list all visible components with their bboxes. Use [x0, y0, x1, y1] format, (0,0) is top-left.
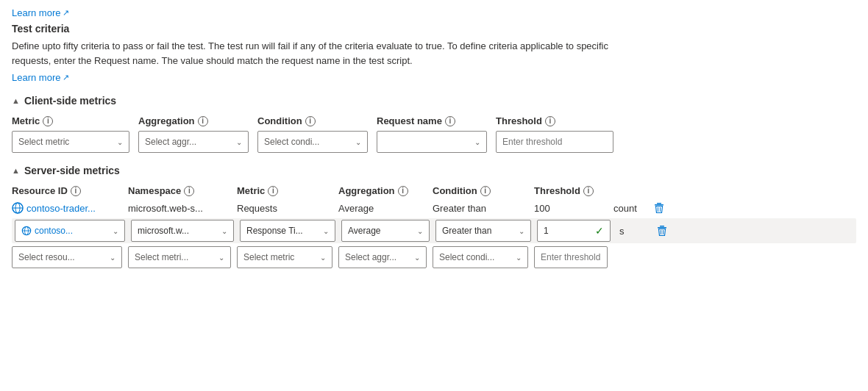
client-threshold-header: Threshold i — [496, 115, 613, 126]
server-edit-aggregation-select[interactable]: Average ⌄ — [341, 220, 430, 242]
server-edit-resourceid-select[interactable]: contoso... ⌄ — [15, 220, 125, 242]
globe-icon-1 — [12, 202, 24, 214]
aggregation-info-icon[interactable]: i — [198, 116, 208, 126]
server-edit-metric-value: Response Ti... — [246, 226, 303, 236]
server-empty-condition-wrapper: Select condi... ⌄ — [433, 246, 528, 268]
server-side-section-header[interactable]: ▲ Server-side metrics — [12, 165, 856, 176]
server-empty-namespace-select[interactable]: Select metri... ⌄ — [128, 246, 231, 268]
server-edit-aggregation-value: Average — [348, 226, 380, 236]
static-condition-value-1: Greater than — [433, 203, 486, 214]
server-threshold-info-icon[interactable]: i — [583, 186, 594, 196]
learn-more-bottom-label: Learn more — [12, 72, 60, 83]
server-condition-info-icon[interactable]: i — [480, 186, 491, 196]
client-side-input-row: Select metric ⌄ Select aggr... ⌄ Select … — [12, 131, 856, 153]
server-empty-resourceid-select[interactable]: Select resou... ⌄ — [12, 246, 122, 268]
empty-metric-chevron-icon: ⌄ — [320, 254, 326, 262]
threshold-info-icon[interactable]: i — [545, 116, 555, 126]
server-namespace-header: Namespace i — [128, 185, 231, 196]
server-edit-condition-wrapper: Greater than ⌄ — [435, 220, 531, 242]
server-side-header-row: Resource ID i Namespace i Metric i Aggre… — [12, 185, 856, 196]
edit-resourceid-chevron-icon: ⌄ — [113, 227, 118, 235]
metric-info-icon[interactable]: i — [43, 116, 53, 126]
server-empty-metric-select[interactable]: Select metric ⌄ — [237, 246, 332, 268]
server-resourceid-header: Resource ID i — [12, 185, 122, 196]
client-threshold-input-wrapper — [496, 131, 613, 153]
client-side-section: ▲ Client-side metrics Metric i Aggregati… — [12, 95, 856, 153]
client-metric-select-wrapper: Select metric ⌄ — [12, 131, 129, 153]
empty-namespace-chevron-icon: ⌄ — [218, 254, 224, 262]
client-aggregation-select[interactable]: Select aggr... ⌄ — [138, 131, 249, 153]
client-metric-select[interactable]: Select metric ⌄ — [12, 131, 129, 153]
client-condition-placeholder: Select condi... — [264, 137, 319, 147]
page-title: Test criteria — [12, 23, 856, 35]
client-requestname-select[interactable]: ⌄ — [377, 131, 487, 153]
server-empty-aggregation-select[interactable]: Select aggr... ⌄ — [338, 246, 427, 268]
svg-rect-3 — [657, 203, 661, 204]
static-threshold-value-1: 100 — [534, 203, 550, 214]
server-edit-threshold-input-display[interactable]: 1 ✓ — [537, 220, 611, 242]
server-chevron-icon: ▲ — [12, 166, 20, 175]
static-action-1 — [653, 202, 675, 214]
namespace-info-icon[interactable]: i — [184, 186, 194, 196]
client-requestname-select-wrapper: ⌄ — [377, 131, 487, 153]
server-empty-condition-select[interactable]: Select condi... ⌄ — [433, 246, 528, 268]
resourceid-info-icon[interactable]: i — [71, 186, 81, 196]
server-edit-resourceid-wrapper: contoso... ⌄ — [15, 220, 125, 242]
check-icon: ✓ — [595, 225, 604, 237]
static-namespace-value-1: microsoft.web-s... — [128, 203, 203, 214]
delete-edit-row-button[interactable] — [656, 225, 668, 237]
server-side-section: ▲ Server-side metrics Resource ID i Name… — [12, 165, 856, 268]
static-unit-1: count — [613, 203, 650, 214]
server-metric-info-icon[interactable]: i — [268, 186, 278, 196]
server-edit-namespace-wrapper: microsoft.w... ⌄ — [131, 220, 234, 242]
server-edit-condition-select[interactable]: Greater than ⌄ — [435, 220, 531, 242]
server-empty-threshold-wrapper — [534, 246, 608, 268]
server-empty-row: Select resou... ⌄ Select metri... ⌄ Sele… — [12, 246, 856, 268]
server-aggregation-info-icon[interactable]: i — [398, 186, 408, 196]
server-empty-threshold-input[interactable] — [534, 246, 608, 268]
server-edit-metric-wrapper: Response Ti... ⌄ — [240, 220, 335, 242]
client-aggregation-header: Aggregation i — [138, 115, 249, 126]
static-condition-1: Greater than — [433, 203, 528, 214]
server-threshold-header: Threshold i — [534, 185, 608, 196]
server-edit-unit-wrapper: s — [616, 226, 653, 237]
learn-more-top-label: Learn more — [12, 7, 60, 18]
server-edit-condition-value: Greater than — [442, 226, 491, 236]
server-aggregation-header: Aggregation i — [338, 185, 427, 196]
static-metric-1: Requests — [237, 203, 332, 214]
learn-more-top-link[interactable]: Learn more ↗ — [12, 7, 69, 18]
empty-condition-chevron-icon: ⌄ — [516, 254, 522, 262]
globe-icon-edit — [21, 226, 32, 236]
server-edit-metric-select[interactable]: Response Ti... ⌄ — [240, 220, 335, 242]
client-condition-chevron-icon: ⌄ — [355, 138, 361, 146]
client-threshold-input[interactable] — [496, 131, 613, 153]
client-side-section-title: Client-side metrics — [24, 95, 116, 107]
edit-namespace-chevron-icon: ⌄ — [221, 227, 227, 235]
learn-more-bottom-link[interactable]: Learn more ↗ — [12, 72, 69, 83]
client-aggregation-chevron-icon: ⌄ — [236, 138, 242, 146]
client-metric-header: Metric i — [12, 115, 129, 126]
client-condition-select[interactable]: Select condi... ⌄ — [257, 131, 368, 153]
client-side-section-header[interactable]: ▲ Client-side metrics — [12, 95, 856, 107]
server-edit-resourceid-value: contoso... — [35, 226, 73, 236]
client-condition-select-wrapper: Select condi... ⌄ — [257, 131, 368, 153]
client-chevron-icon: ▲ — [12, 96, 20, 105]
empty-aggregation-chevron-icon: ⌄ — [414, 254, 420, 262]
client-aggregation-placeholder: Select aggr... — [145, 137, 196, 147]
client-requestname-header: Request name i — [377, 115, 487, 126]
server-edit-row: contoso... ⌄ microsoft.w... ⌄ Response T… — [12, 218, 856, 243]
static-metric-value-1: Requests — [237, 203, 277, 214]
server-empty-metric-wrapper: Select metric ⌄ — [237, 246, 332, 268]
static-resourceid-value-1: contoso-trader... — [26, 203, 96, 214]
client-side-header-row: Metric i Aggregation i Condition i Reque… — [12, 115, 856, 126]
condition-info-icon[interactable]: i — [305, 116, 316, 126]
static-threshold-1: 100 — [534, 203, 608, 214]
requestname-info-icon[interactable]: i — [445, 116, 455, 126]
client-condition-header: Condition i — [257, 115, 368, 126]
svg-rect-11 — [658, 227, 666, 229]
external-link-icon-2: ↗ — [63, 73, 69, 82]
server-edit-namespace-select[interactable]: microsoft.w... ⌄ — [131, 220, 234, 242]
delete-row-1-button[interactable] — [653, 202, 665, 214]
server-static-row-1: contoso-trader... microsoft.web-s... Req… — [12, 201, 856, 215]
server-empty-aggregation-wrapper: Select aggr... ⌄ — [338, 246, 427, 268]
